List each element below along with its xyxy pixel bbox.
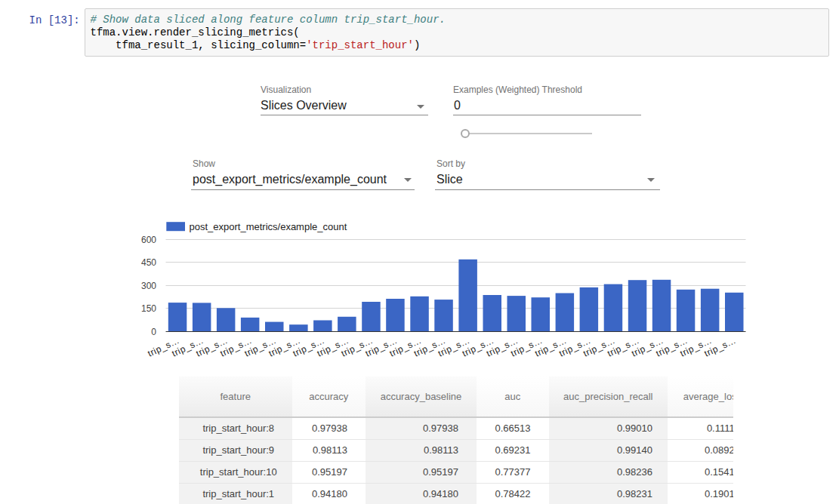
svg-text:post_export_metrics/example_co: post_export_metrics/example_count <box>190 221 347 232</box>
svg-text:300: 300 <box>141 281 156 291</box>
svg-text:600: 600 <box>141 235 156 245</box>
svg-text:450: 450 <box>141 257 156 268</box>
svg-text:0: 0 <box>151 327 156 337</box>
svg-text:150: 150 <box>141 303 156 314</box>
